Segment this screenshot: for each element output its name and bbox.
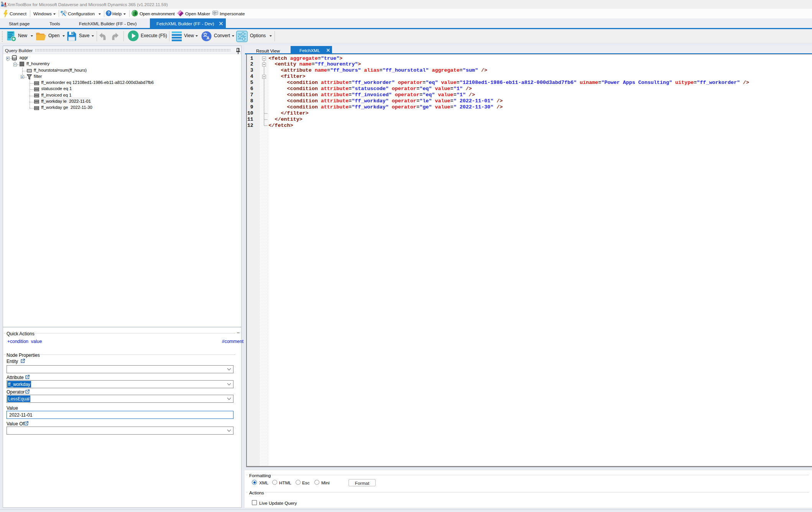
- svg-text:A: A: [207, 36, 210, 40]
- svg-text:?: ?: [107, 11, 110, 15]
